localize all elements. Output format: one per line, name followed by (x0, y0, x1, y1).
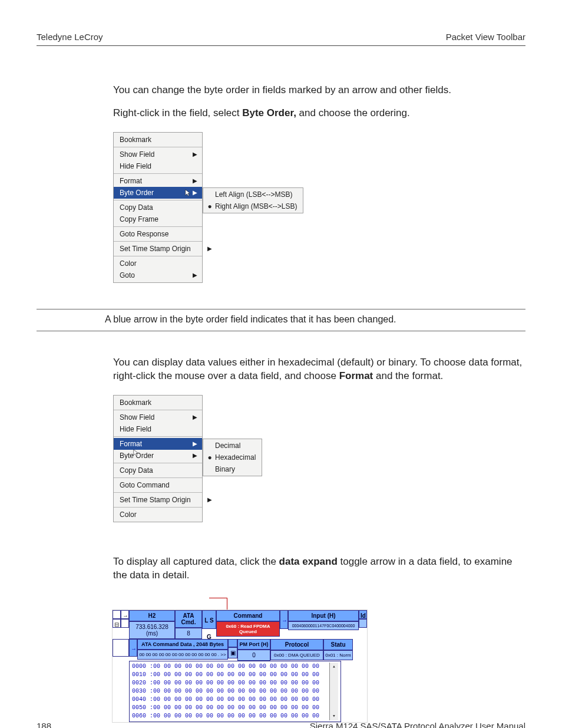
field-ata-data-value[interactable]: 00 00 00 00 00 00 00 00 00 00 00 00 . >> (137, 650, 228, 660)
menu-format[interactable]: Format▶ (114, 175, 202, 187)
byte-order-arrow-icon[interactable]: → (280, 610, 288, 629)
field-lsg[interactable]: L S G (202, 610, 216, 629)
chevron-right-icon: ▶ (193, 451, 197, 460)
figure-byte-order-menu: Bookmark Show Field▶ Hide Field Format▶ … (113, 130, 525, 289)
format-submenu: Decimal ●Hexadecimal Binary (203, 439, 262, 476)
menu-goto-command[interactable]: Goto Command (114, 479, 202, 491)
para-byte-order-intro: You can change the byte order in fields … (113, 84, 525, 97)
menu-copy-frame[interactable]: Copy Frame (114, 213, 202, 225)
menu-show-field[interactable]: Show Field▶ (114, 149, 202, 160)
field-ata-header: ATA Cmd. (175, 610, 202, 628)
page-number: 188 (37, 721, 51, 728)
field-input-header: Input (H) (288, 610, 359, 621)
field-pmport-value[interactable]: 0 (237, 650, 270, 661)
menu-byte-order[interactable]: Byte Order ▶ (114, 450, 202, 462)
para-data-expand: To display all captured data, click the … (113, 555, 525, 582)
para-byte-order-howto: Right-click in the field, select Byte Or… (113, 107, 525, 120)
manual-title: Sierra M124 SAS/SATA Protocol Analyzer U… (310, 721, 525, 728)
hex-dump[interactable]: 0000 :00 00 00 00 00 00 00 00 00 00 00 0… (129, 661, 341, 722)
byte-order-arrow-icon[interactable]: → (129, 639, 137, 657)
field-status-value[interactable]: 0x01 : Norm (323, 650, 353, 660)
field-id-header: Id (359, 610, 367, 619)
field-input-value[interactable]: 00040800001147F0C0400004000 (288, 621, 359, 630)
field-ata-data-header: ATA Command Data , 2048 Bytes (137, 639, 228, 650)
callout-line (112, 592, 525, 610)
field-h2-value[interactable]: 733.616.328 (ms) (129, 621, 175, 639)
menu-color[interactable]: Color (114, 509, 202, 521)
note-byte-order-arrow: A blue arrow in the byte order field ind… (37, 309, 525, 331)
figure-format-menu: Bookmark Show Field▶ Hide Field Format ▶… (113, 393, 525, 528)
byte-order-submenu: Left Align (LSB<-->MSB) ●Right Align (MS… (203, 187, 303, 213)
figure-packet-view: ⊟ → H2 733.616.328 (ms) ATA Cmd. 8 (112, 592, 525, 725)
field-ata-value[interactable]: 8 (175, 628, 202, 639)
para-format-intro: You can display data values either in he… (113, 356, 525, 383)
menu-color[interactable]: Color (114, 258, 202, 269)
menu-bookmark[interactable]: Bookmark (114, 397, 202, 409)
field-status-header: Statu (323, 639, 353, 650)
chevron-right-icon: ▶ (193, 271, 197, 280)
menu-goto[interactable]: Goto▶ (114, 269, 202, 281)
menu-copy-data[interactable]: Copy Data (114, 202, 202, 213)
menu-copy-data[interactable]: Copy Data (114, 465, 202, 476)
scroll-down-icon[interactable]: ▾ (332, 712, 335, 720)
chevron-right-icon: ▶ (193, 176, 197, 186)
field-pmport-header: PM Port (H) (237, 639, 270, 650)
menu-set-time-stamp-origin[interactable]: Set Time Stamp Origin▶ (114, 494, 202, 506)
field-command-header: Command (216, 610, 280, 621)
context-menu: Bookmark Show Field▶ Hide Field Format▶ … (113, 132, 203, 283)
menu-show-field[interactable]: Show Field▶ (114, 411, 202, 423)
menu-format[interactable]: Format ▶ (114, 438, 202, 450)
chevron-right-icon: ▶ (193, 150, 197, 159)
chevron-right-icon: ▶ (193, 439, 197, 449)
menu-byte-order[interactable]: Byte Order ▶ (114, 187, 202, 199)
menu-bookmark[interactable]: Bookmark (114, 134, 202, 146)
menu-hide-field[interactable]: Hide Field (114, 423, 202, 435)
cursor-icon (133, 449, 141, 457)
submenu-hexadecimal[interactable]: ●Hexadecimal (203, 452, 262, 463)
chevron-right-icon: ▶ (193, 413, 197, 422)
submenu-left-align[interactable]: Left Align (LSB<-->MSB) (203, 189, 303, 200)
cursor-icon (184, 189, 193, 197)
scrollbar[interactable]: ▴ ▾ (329, 663, 338, 720)
scroll-up-icon[interactable]: ▴ (332, 663, 335, 671)
field-command-value[interactable]: 0x60 : Read FPDMA Queued (216, 621, 280, 637)
submenu-decimal[interactable]: Decimal (203, 440, 262, 452)
field-protocol-header: Protocol (270, 639, 323, 650)
header-left: Teledyne LeCroy (37, 32, 103, 42)
context-menu: Bookmark Show Field▶ Hide Field Format ▶… (113, 395, 203, 522)
field-h2-header: H2 (129, 610, 175, 621)
submenu-right-align[interactable]: ●Right Align (MSB<-->LSB) (203, 200, 303, 212)
submenu-binary[interactable]: Binary (203, 463, 262, 475)
menu-hide-field[interactable]: Hide Field (114, 160, 202, 172)
chevron-right-icon: ▶ (193, 188, 197, 197)
menu-goto-response[interactable]: Goto Response (114, 228, 202, 240)
menu-set-time-stamp-origin[interactable]: Set Time Stamp Origin▶ (114, 243, 202, 255)
header-right: Packet View Toolbar (446, 32, 525, 42)
field-protocol-value[interactable]: 0x00 : DMA QUEUED (270, 650, 323, 660)
data-expand-toggle[interactable]: ▣ (228, 647, 237, 658)
